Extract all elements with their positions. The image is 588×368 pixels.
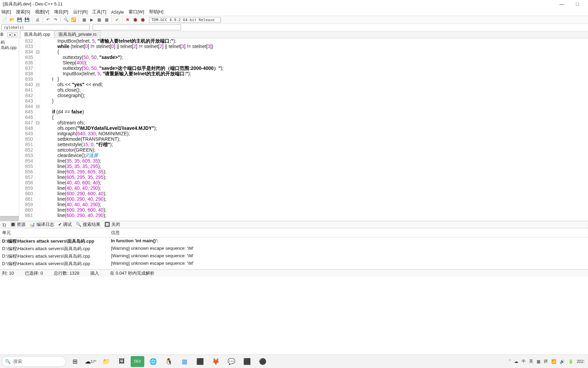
menu-file[interactable]: 辑[E] [1, 9, 11, 15]
check-icon[interactable]: ✔ [114, 17, 120, 23]
status-mode: 插入 [90, 270, 99, 276]
message-row[interactable]: D:\编程\Hackers attack servers\面具岛屿.cpp[Wa… [0, 260, 588, 267]
rebuild-icon[interactable]: ▦ [103, 17, 110, 23]
taskview-icon[interactable]: ⊞ [68, 356, 82, 367]
open-icon[interactable]: 📂 [9, 17, 15, 23]
member-select[interactable] [93, 25, 181, 30]
qq-icon[interactable]: 🐧 [162, 356, 176, 367]
firefox-icon[interactable]: 🦊 [209, 356, 223, 367]
menu-window[interactable]: 窗口[W] [129, 9, 144, 15]
menu-bar: 辑[E] 搜索[S] 视图[V] 项目[P] 运行[R] 工具[T] AStyl… [0, 8, 588, 16]
editor-tabs: 面具岛屿.cpp 面具岛屿_private.rc [19, 31, 588, 38]
replace-icon[interactable]: 🔁 [70, 17, 77, 23]
project-sidebar: 看 ◂ ▸ 屿 岛屿.cpp [0, 31, 19, 221]
tray-app-icon[interactable]: ▦ [537, 359, 540, 364]
stop-icon[interactable]: ✖ [125, 17, 131, 23]
minimize-button[interactable]: — [554, 1, 570, 7]
menu-astyle[interactable]: AStyle [111, 10, 124, 15]
status-col: 列: 10 [2, 270, 14, 276]
toolbar: 📄 📂 💾 💾 🖨 ↶ ↷ 🔍 🔁 ▦ ▶ ▦ ▦ ✔ ✖ 🐞 🐞 TDM-GC… [0, 16, 588, 24]
menu-tools[interactable]: 工具[T] [92, 9, 106, 15]
globals-select[interactable]: (globals) [1, 25, 90, 30]
output-tabs: 1) 🔳 资源 📊 编译日志 ✔ 调试 🔍 搜索结果 🔲 关闭 [0, 221, 588, 228]
col-unit[interactable]: 单元 [0, 228, 109, 237]
sidebar-item[interactable]: 岛屿.cpp [1, 45, 18, 50]
status-selected: 已选择: 0 [25, 270, 43, 276]
status-parse: 在 0.047 秒内完成解析 [110, 270, 154, 276]
title-bar: [面具岛屿.dev] - Dev-C++ 5.11 — □ [0, 0, 588, 8]
message-row[interactable]: D:\编程\Hackers attack servers\面具岛屿.cpp[Wa… [0, 252, 588, 260]
tab-resources[interactable]: 🔳 资源 [10, 221, 26, 228]
tray-clock[interactable]: 202: [577, 359, 585, 364]
wechat-icon[interactable]: 💬 [225, 356, 238, 367]
sidebar-next-icon[interactable]: ▸ [13, 32, 17, 37]
terminal-icon[interactable]: ⬛ [240, 356, 254, 367]
new-icon[interactable]: 📄 [1, 17, 7, 23]
line-gutter: 8328338348358368378388398408418428438448… [19, 38, 35, 221]
compiler-messages: 单元 信息 D:\编程\Hackers attack servers\面具岛屿.… [0, 228, 588, 269]
taskbar-search[interactable]: 🔍 搜索 [1, 356, 66, 367]
saveall-icon[interactable]: 💾 [24, 17, 30, 23]
system-tray: ˄ ☁ 中 英 ▦ 拼 📶 🔊 🔋 202: [509, 358, 587, 364]
menu-help[interactable]: 帮助[H] [149, 9, 164, 15]
tray-ime-en[interactable]: 英 [529, 358, 533, 364]
tray-wifi-icon[interactable]: 📶 [551, 359, 556, 364]
tab-file-2[interactable]: 面具岛屿_private.rc [55, 30, 101, 38]
tray-volume-icon[interactable]: 🔊 [560, 359, 565, 364]
explorer-icon[interactable]: 📁 [99, 356, 113, 367]
menu-run[interactable]: 运行[R] [73, 9, 88, 15]
tab-find-results[interactable]: 🔍 搜索结果 [76, 221, 100, 228]
message-row[interactable]: D:\编程\Hackers attack servers\面具岛屿.cppIn … [0, 237, 588, 245]
windows-taskbar: 🔍 搜索 ⊞ ☁17° 📁 🖼 DEV 🌐 🐧 ▦ ⬛ 🦊 💬 ⬛ ⚫ ˄ ☁ … [0, 354, 588, 368]
code-editor[interactable]: 8328338348358368378388398408418428438448… [19, 38, 588, 221]
photos-icon[interactable]: 🖼 [115, 356, 129, 367]
menu-project[interactable]: 项目[P] [54, 9, 68, 15]
run-icon[interactable]: ▶ [88, 17, 95, 23]
tray-ime-zh[interactable]: 中 [522, 358, 526, 364]
tray-onedrive-icon[interactable]: ☁ [514, 359, 518, 364]
meeting-icon[interactable]: ▦ [178, 356, 191, 367]
devcpp-icon[interactable]: DEV [131, 356, 144, 367]
profile-icon[interactable]: 🐞 [140, 17, 146, 23]
menu-view[interactable]: 视图[V] [35, 9, 49, 15]
tray-chevron-icon[interactable]: ˄ [509, 359, 511, 364]
sidebar-scrollbar[interactable] [0, 216, 19, 221]
tray-ime-pin[interactable]: 拼 [544, 358, 548, 364]
message-row[interactable]: D:\编程\Hackers attack servers\面具岛屿.cpp[Wa… [0, 245, 588, 252]
tray-battery-icon[interactable]: 🔋 [568, 359, 573, 364]
col-info[interactable]: 信息 [109, 228, 588, 237]
debug-icon[interactable]: 🐞 [132, 17, 138, 23]
compile-icon[interactable]: ▦ [81, 17, 87, 23]
tab-compile-log[interactable]: 📊 编译日志 [30, 221, 54, 228]
sidebar-prev-icon[interactable]: ◂ [7, 32, 12, 37]
menu-search[interactable]: 搜索[S] [16, 9, 30, 15]
sidebar-lookat: 看 [0, 32, 4, 37]
status-total: 总行数: 1328 [54, 270, 79, 276]
save-icon[interactable]: 💾 [16, 17, 22, 23]
search-icon: 🔍 [5, 359, 11, 364]
sidebar-item[interactable]: 屿 [1, 40, 18, 45]
status-bar: 列: 10 已选择: 0 总行数: 1328 插入 在 0.047 秒内完成解析 [0, 269, 588, 277]
find-icon[interactable]: 🔍 [63, 17, 69, 23]
undo-icon[interactable]: ↶ [45, 17, 51, 23]
window-title: [面具岛屿.dev] - Dev-C++ 5.11 [3, 1, 63, 7]
app-icon[interactable]: ⬛ [193, 356, 207, 367]
tab-debug[interactable]: ✔ 调试 [58, 221, 72, 228]
compile-run-icon[interactable]: ▦ [96, 17, 102, 23]
compiler-select[interactable]: TDM-GCC 4.9.2 64-bit Release [149, 17, 221, 23]
code-body[interactable]: InputBox(telnet, 5, "请输入要telnet的主机的开放端口:… [40, 38, 588, 221]
print-icon[interactable]: 🖨 [34, 17, 40, 23]
tab-close[interactable]: 🔲 关闭 [104, 221, 120, 228]
fold-gutter[interactable]: ⊟⊟⊟⊟ [35, 38, 40, 221]
tab-compiler-count[interactable]: 1) [2, 222, 6, 227]
maximize-button[interactable]: □ [570, 1, 585, 7]
message-row[interactable]: D:\编程\Hackers attack servers\面具岛屿.cpp[Wa… [0, 267, 588, 269]
search-placeholder: 搜索 [13, 358, 22, 365]
edge-icon[interactable]: 🌐 [146, 356, 160, 367]
obs-icon[interactable]: ⚫ [256, 356, 270, 367]
weather-widget[interactable]: ☁17° [84, 356, 97, 367]
redo-icon[interactable]: ↷ [52, 17, 59, 23]
tab-file-1[interactable]: 面具岛屿.cpp [20, 30, 54, 38]
